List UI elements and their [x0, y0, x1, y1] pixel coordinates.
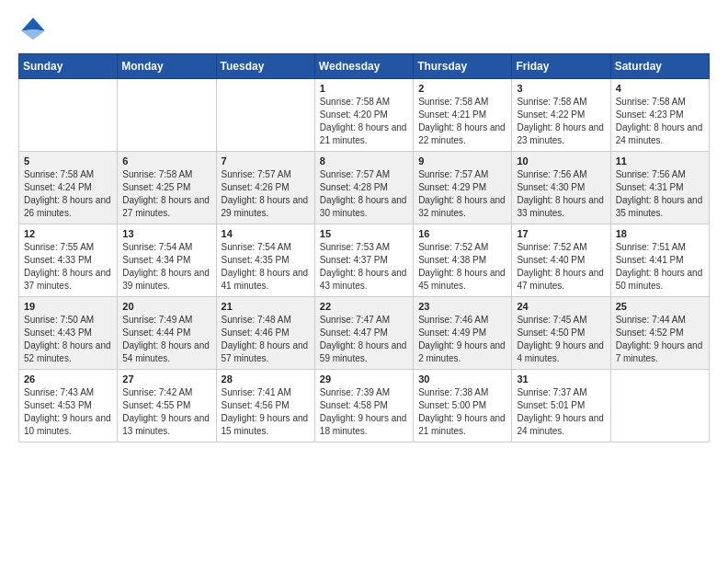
day-info: Sunrise: 7:42 AMSunset: 4:55 PMDaylight:… — [122, 386, 210, 438]
day-number: 9 — [418, 155, 506, 167]
day-cell: 3Sunrise: 7:58 AMSunset: 4:22 PMDaylight… — [512, 79, 610, 152]
day-cell — [610, 370, 709, 442]
day-info: Sunrise: 7:58 AMSunset: 4:22 PMDaylight:… — [517, 96, 605, 147]
day-number: 19 — [24, 301, 112, 312]
day-info: Sunrise: 7:49 AMSunset: 4:44 PMDaylight:… — [122, 314, 210, 365]
day-info: Sunrise: 7:45 AMSunset: 4:50 PMDaylight:… — [517, 314, 605, 365]
day-cell: 4Sunrise: 7:58 AMSunset: 4:23 PMDaylight… — [610, 79, 709, 152]
week-row-5: 26Sunrise: 7:43 AMSunset: 4:53 PMDayligh… — [19, 370, 710, 442]
calendar-body: 1Sunrise: 7:58 AMSunset: 4:20 PMDaylight… — [19, 79, 710, 442]
day-info: Sunrise: 7:57 AMSunset: 4:29 PMDaylight:… — [418, 168, 506, 220]
day-cell: 21Sunrise: 7:48 AMSunset: 4:46 PMDayligh… — [216, 297, 314, 370]
day-cell: 12Sunrise: 7:55 AMSunset: 4:33 PMDayligh… — [19, 224, 118, 297]
day-cell: 23Sunrise: 7:46 AMSunset: 4:49 PMDayligh… — [414, 297, 512, 370]
day-cell: 27Sunrise: 7:42 AMSunset: 4:55 PMDayligh… — [118, 370, 216, 442]
day-info: Sunrise: 7:58 AMSunset: 4:21 PMDaylight:… — [418, 96, 506, 147]
day-info: Sunrise: 7:50 AMSunset: 4:43 PMDaylight:… — [24, 314, 112, 365]
day-info: Sunrise: 7:52 AMSunset: 4:40 PMDaylight:… — [517, 241, 605, 293]
calendar: SundayMondayTuesdayWednesdayThursdayFrid… — [18, 53, 710, 442]
day-info: Sunrise: 7:41 AMSunset: 4:56 PMDaylight:… — [222, 386, 310, 438]
day-info: Sunrise: 7:44 AMSunset: 4:52 PMDaylight:… — [616, 314, 704, 365]
day-info: Sunrise: 7:58 AMSunset: 4:24 PMDaylight:… — [24, 168, 112, 220]
day-cell: 7Sunrise: 7:57 AMSunset: 4:26 PMDaylight… — [216, 152, 314, 224]
day-number: 23 — [418, 301, 506, 312]
day-cell: 16Sunrise: 7:52 AMSunset: 4:38 PMDayligh… — [414, 224, 512, 297]
day-cell: 28Sunrise: 7:41 AMSunset: 4:56 PMDayligh… — [216, 370, 314, 442]
day-cell — [216, 79, 314, 152]
day-number: 13 — [122, 228, 210, 239]
day-number: 3 — [517, 83, 605, 94]
day-info: Sunrise: 7:47 AMSunset: 4:47 PMDaylight:… — [320, 314, 408, 365]
day-number: 10 — [517, 155, 605, 167]
day-number: 16 — [418, 228, 506, 239]
day-cell: 2Sunrise: 7:58 AMSunset: 4:21 PMDaylight… — [414, 79, 512, 152]
day-cell: 8Sunrise: 7:57 AMSunset: 4:28 PMDaylight… — [314, 152, 413, 224]
week-row-4: 19Sunrise: 7:50 AMSunset: 4:43 PMDayligh… — [19, 297, 710, 370]
logo-icon — [18, 15, 48, 44]
header — [18, 15, 710, 44]
day-number: 8 — [320, 155, 408, 167]
day-cell — [118, 79, 216, 152]
day-info: Sunrise: 7:58 AMSunset: 4:25 PMDaylight:… — [122, 168, 210, 220]
day-cell: 22Sunrise: 7:47 AMSunset: 4:47 PMDayligh… — [314, 297, 413, 370]
day-number: 5 — [24, 155, 112, 167]
day-header-tuesday: Tuesday — [216, 54, 314, 79]
week-row-2: 5Sunrise: 7:58 AMSunset: 4:24 PMDaylight… — [19, 152, 710, 224]
day-header-sunday: Sunday — [19, 54, 118, 79]
day-cell: 29Sunrise: 7:39 AMSunset: 4:58 PMDayligh… — [314, 370, 413, 442]
day-number: 18 — [616, 228, 704, 239]
day-number: 12 — [24, 228, 112, 239]
day-cell: 1Sunrise: 7:58 AMSunset: 4:20 PMDaylight… — [314, 79, 413, 152]
day-info: Sunrise: 7:55 AMSunset: 4:33 PMDaylight:… — [24, 241, 112, 293]
day-cell: 31Sunrise: 7:37 AMSunset: 5:01 PMDayligh… — [512, 370, 610, 442]
day-info: Sunrise: 7:56 AMSunset: 4:31 PMDaylight:… — [616, 168, 704, 220]
day-number: 25 — [616, 301, 704, 312]
day-header-friday: Friday — [512, 54, 610, 79]
day-info: Sunrise: 7:51 AMSunset: 4:41 PMDaylight:… — [616, 241, 704, 293]
header-row: SundayMondayTuesdayWednesdayThursdayFrid… — [19, 54, 710, 79]
day-cell: 19Sunrise: 7:50 AMSunset: 4:43 PMDayligh… — [19, 297, 118, 370]
day-cell: 14Sunrise: 7:54 AMSunset: 4:35 PMDayligh… — [216, 224, 314, 297]
day-cell: 18Sunrise: 7:51 AMSunset: 4:41 PMDayligh… — [610, 224, 709, 297]
day-cell — [19, 79, 118, 152]
day-number: 22 — [320, 301, 408, 312]
day-info: Sunrise: 7:54 AMSunset: 4:34 PMDaylight:… — [122, 241, 210, 293]
day-number: 24 — [517, 301, 605, 312]
logo — [18, 15, 51, 44]
day-number: 4 — [616, 83, 704, 94]
day-info: Sunrise: 7:58 AMSunset: 4:20 PMDaylight:… — [320, 96, 408, 147]
day-cell: 9Sunrise: 7:57 AMSunset: 4:29 PMDaylight… — [414, 152, 512, 224]
day-info: Sunrise: 7:57 AMSunset: 4:28 PMDaylight:… — [320, 168, 408, 220]
page: SundayMondayTuesdayWednesdayThursdayFrid… — [0, 0, 728, 461]
day-cell: 10Sunrise: 7:56 AMSunset: 4:30 PMDayligh… — [512, 152, 610, 224]
day-cell: 15Sunrise: 7:53 AMSunset: 4:37 PMDayligh… — [314, 224, 413, 297]
day-cell: 13Sunrise: 7:54 AMSunset: 4:34 PMDayligh… — [118, 224, 216, 297]
day-number: 28 — [222, 373, 310, 385]
day-cell: 17Sunrise: 7:52 AMSunset: 4:40 PMDayligh… — [512, 224, 610, 297]
day-cell: 30Sunrise: 7:38 AMSunset: 5:00 PMDayligh… — [414, 370, 512, 442]
day-info: Sunrise: 7:53 AMSunset: 4:37 PMDaylight:… — [320, 241, 408, 293]
day-number: 21 — [222, 301, 310, 312]
week-row-1: 1Sunrise: 7:58 AMSunset: 4:20 PMDaylight… — [19, 79, 710, 152]
day-header-saturday: Saturday — [610, 54, 709, 79]
day-cell: 5Sunrise: 7:58 AMSunset: 4:24 PMDaylight… — [19, 152, 118, 224]
day-info: Sunrise: 7:56 AMSunset: 4:30 PMDaylight:… — [517, 168, 605, 220]
day-number: 30 — [418, 373, 506, 385]
day-number: 14 — [222, 228, 310, 239]
day-number: 1 — [320, 83, 408, 94]
day-number: 29 — [320, 373, 408, 385]
day-header-monday: Monday — [118, 54, 216, 79]
day-info: Sunrise: 7:48 AMSunset: 4:46 PMDaylight:… — [222, 314, 310, 365]
calendar-header: SundayMondayTuesdayWednesdayThursdayFrid… — [19, 54, 710, 79]
day-number: 7 — [222, 155, 310, 167]
day-number: 11 — [616, 155, 704, 167]
day-header-wednesday: Wednesday — [314, 54, 413, 79]
day-cell: 6Sunrise: 7:58 AMSunset: 4:25 PMDaylight… — [118, 152, 216, 224]
day-number: 27 — [122, 373, 210, 385]
svg-marker-0 — [21, 17, 45, 30]
day-header-thursday: Thursday — [414, 54, 512, 79]
day-info: Sunrise: 7:46 AMSunset: 4:49 PMDaylight:… — [418, 314, 506, 365]
day-cell: 20Sunrise: 7:49 AMSunset: 4:44 PMDayligh… — [118, 297, 216, 370]
day-number: 31 — [517, 373, 605, 385]
day-number: 2 — [418, 83, 506, 94]
